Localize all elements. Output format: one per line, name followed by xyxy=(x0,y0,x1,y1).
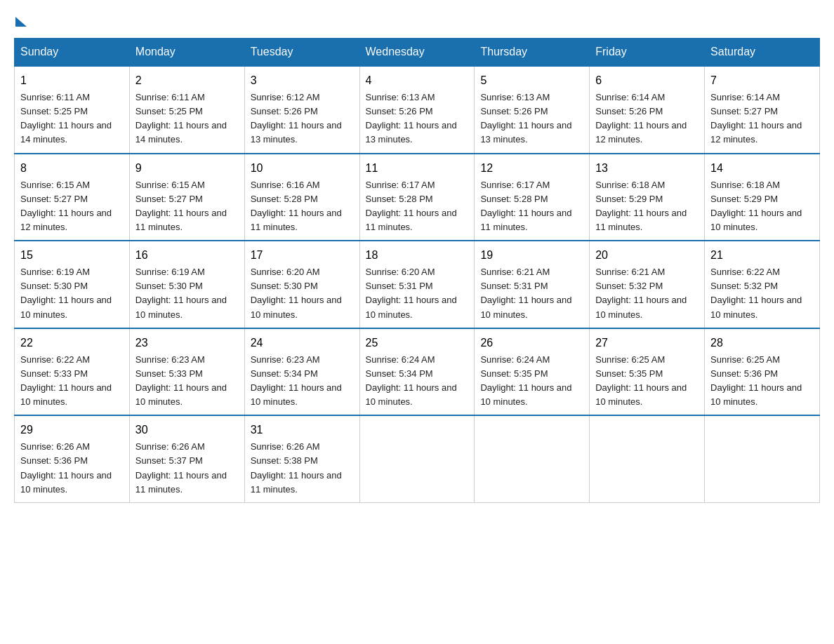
calendar-cell: 22 Sunrise: 6:22 AMSunset: 5:33 PMDaylig… xyxy=(15,328,130,416)
day-info: Sunrise: 6:18 AMSunset: 5:29 PMDaylight:… xyxy=(595,180,687,232)
day-info: Sunrise: 6:21 AMSunset: 5:32 PMDaylight:… xyxy=(595,267,687,319)
col-header-sunday: Sunday xyxy=(15,39,130,67)
day-number: 23 xyxy=(135,335,239,351)
calendar-cell: 28 Sunrise: 6:25 AMSunset: 5:36 PMDaylig… xyxy=(705,328,820,416)
calendar-cell: 6 Sunrise: 6:14 AMSunset: 5:26 PMDayligh… xyxy=(590,66,705,154)
day-info: Sunrise: 6:25 AMSunset: 5:36 PMDaylight:… xyxy=(710,354,802,407)
day-info: Sunrise: 6:22 AMSunset: 5:33 PMDaylight:… xyxy=(20,354,112,407)
day-info: Sunrise: 6:21 AMSunset: 5:31 PMDaylight:… xyxy=(480,267,571,319)
calendar-cell: 14 Sunrise: 6:18 AMSunset: 5:29 PMDaylig… xyxy=(705,154,820,241)
calendar-cell: 13 Sunrise: 6:18 AMSunset: 5:29 PMDaylig… xyxy=(590,154,705,241)
calendar-cell: 9 Sunrise: 6:15 AMSunset: 5:27 PMDayligh… xyxy=(129,154,244,241)
calendar-cell: 4 Sunrise: 6:13 AMSunset: 5:26 PMDayligh… xyxy=(359,66,475,154)
day-number: 1 xyxy=(20,72,124,89)
calendar-cell: 7 Sunrise: 6:14 AMSunset: 5:27 PMDayligh… xyxy=(705,66,820,154)
day-info: Sunrise: 6:26 AMSunset: 5:38 PMDaylight:… xyxy=(251,441,342,494)
day-number: 25 xyxy=(366,335,469,351)
day-number: 29 xyxy=(20,422,124,438)
day-info: Sunrise: 6:15 AMSunset: 5:27 PMDaylight:… xyxy=(135,180,227,232)
day-info: Sunrise: 6:15 AMSunset: 5:27 PMDaylight:… xyxy=(20,180,112,232)
week-row-1: 1 Sunrise: 6:11 AMSunset: 5:25 PMDayligh… xyxy=(15,66,820,154)
calendar-cell: 24 Sunrise: 6:23 AMSunset: 5:34 PMDaylig… xyxy=(244,328,359,416)
day-info: Sunrise: 6:20 AMSunset: 5:30 PMDaylight:… xyxy=(251,267,342,319)
col-header-wednesday: Wednesday xyxy=(359,39,475,67)
calendar-cell: 26 Sunrise: 6:24 AMSunset: 5:35 PMDaylig… xyxy=(475,328,590,416)
calendar-cell: 27 Sunrise: 6:25 AMSunset: 5:35 PMDaylig… xyxy=(590,328,705,416)
day-number: 10 xyxy=(251,160,354,177)
header-row: SundayMondayTuesdayWednesdayThursdayFrid… xyxy=(15,39,820,67)
calendar-cell: 11 Sunrise: 6:17 AMSunset: 5:28 PMDaylig… xyxy=(359,154,475,241)
calendar-cell: 21 Sunrise: 6:22 AMSunset: 5:32 PMDaylig… xyxy=(705,241,820,328)
day-number: 14 xyxy=(710,160,814,177)
day-number: 28 xyxy=(710,335,814,351)
week-row-3: 15 Sunrise: 6:19 AMSunset: 5:30 PMDaylig… xyxy=(15,241,820,328)
day-info: Sunrise: 6:13 AMSunset: 5:26 PMDaylight:… xyxy=(366,92,457,145)
day-number: 19 xyxy=(480,247,583,264)
day-info: Sunrise: 6:18 AMSunset: 5:29 PMDaylight:… xyxy=(710,180,802,232)
calendar-cell: 20 Sunrise: 6:21 AMSunset: 5:32 PMDaylig… xyxy=(590,241,705,328)
day-info: Sunrise: 6:23 AMSunset: 5:33 PMDaylight:… xyxy=(135,354,227,407)
calendar-cell: 12 Sunrise: 6:17 AMSunset: 5:28 PMDaylig… xyxy=(475,154,590,241)
day-info: Sunrise: 6:19 AMSunset: 5:30 PMDaylight:… xyxy=(135,267,227,319)
calendar-cell: 5 Sunrise: 6:13 AMSunset: 5:26 PMDayligh… xyxy=(475,66,590,154)
calendar-cell: 1 Sunrise: 6:11 AMSunset: 5:25 PMDayligh… xyxy=(15,66,130,154)
day-number: 16 xyxy=(135,247,239,264)
day-number: 15 xyxy=(20,247,124,264)
week-row-4: 22 Sunrise: 6:22 AMSunset: 5:33 PMDaylig… xyxy=(15,328,820,416)
calendar-table: SundayMondayTuesdayWednesdayThursdayFrid… xyxy=(14,38,820,503)
week-row-2: 8 Sunrise: 6:15 AMSunset: 5:27 PMDayligh… xyxy=(15,154,820,241)
calendar-cell: 19 Sunrise: 6:21 AMSunset: 5:31 PMDaylig… xyxy=(475,241,590,328)
day-info: Sunrise: 6:23 AMSunset: 5:34 PMDaylight:… xyxy=(251,354,342,407)
logo xyxy=(14,14,27,24)
day-number: 5 xyxy=(480,72,583,89)
calendar-cell xyxy=(359,415,475,502)
day-info: Sunrise: 6:17 AMSunset: 5:28 PMDaylight:… xyxy=(366,180,457,232)
day-number: 26 xyxy=(480,335,583,351)
calendar-cell: 23 Sunrise: 6:23 AMSunset: 5:33 PMDaylig… xyxy=(129,328,244,416)
day-number: 22 xyxy=(20,335,124,351)
calendar-cell: 18 Sunrise: 6:20 AMSunset: 5:31 PMDaylig… xyxy=(359,241,475,328)
day-info: Sunrise: 6:14 AMSunset: 5:26 PMDaylight:… xyxy=(595,92,687,145)
day-number: 30 xyxy=(135,422,239,438)
day-info: Sunrise: 6:13 AMSunset: 5:26 PMDaylight:… xyxy=(480,92,571,145)
day-number: 20 xyxy=(595,247,699,264)
day-number: 8 xyxy=(20,160,124,177)
day-info: Sunrise: 6:19 AMSunset: 5:30 PMDaylight:… xyxy=(20,267,112,319)
week-row-5: 29 Sunrise: 6:26 AMSunset: 5:36 PMDaylig… xyxy=(15,415,820,502)
day-number: 4 xyxy=(366,72,469,89)
day-info: Sunrise: 6:24 AMSunset: 5:34 PMDaylight:… xyxy=(366,354,457,407)
calendar-cell: 15 Sunrise: 6:19 AMSunset: 5:30 PMDaylig… xyxy=(15,241,130,328)
day-number: 7 xyxy=(710,72,814,89)
calendar-cell: 8 Sunrise: 6:15 AMSunset: 5:27 PMDayligh… xyxy=(15,154,130,241)
day-info: Sunrise: 6:11 AMSunset: 5:25 PMDaylight:… xyxy=(20,92,112,145)
day-info: Sunrise: 6:11 AMSunset: 5:25 PMDaylight:… xyxy=(135,92,227,145)
page-header xyxy=(14,14,820,24)
col-header-tuesday: Tuesday xyxy=(244,39,359,67)
day-info: Sunrise: 6:26 AMSunset: 5:36 PMDaylight:… xyxy=(20,441,112,494)
calendar-cell: 2 Sunrise: 6:11 AMSunset: 5:25 PMDayligh… xyxy=(129,66,244,154)
calendar-cell: 30 Sunrise: 6:26 AMSunset: 5:37 PMDaylig… xyxy=(129,415,244,502)
calendar-cell: 17 Sunrise: 6:20 AMSunset: 5:30 PMDaylig… xyxy=(244,241,359,328)
day-info: Sunrise: 6:25 AMSunset: 5:35 PMDaylight:… xyxy=(595,354,687,407)
day-info: Sunrise: 6:12 AMSunset: 5:26 PMDaylight:… xyxy=(251,92,342,145)
calendar-cell: 29 Sunrise: 6:26 AMSunset: 5:36 PMDaylig… xyxy=(15,415,130,502)
day-number: 24 xyxy=(251,335,354,351)
day-number: 2 xyxy=(135,72,239,89)
day-number: 21 xyxy=(710,247,814,264)
calendar-cell: 10 Sunrise: 6:16 AMSunset: 5:28 PMDaylig… xyxy=(244,154,359,241)
calendar-cell: 25 Sunrise: 6:24 AMSunset: 5:34 PMDaylig… xyxy=(359,328,475,416)
day-number: 27 xyxy=(595,335,699,351)
calendar-cell: 16 Sunrise: 6:19 AMSunset: 5:30 PMDaylig… xyxy=(129,241,244,328)
col-header-friday: Friday xyxy=(590,39,705,67)
day-info: Sunrise: 6:20 AMSunset: 5:31 PMDaylight:… xyxy=(366,267,457,319)
day-number: 12 xyxy=(480,160,583,177)
day-number: 6 xyxy=(595,72,699,89)
day-number: 18 xyxy=(366,247,469,264)
col-header-saturday: Saturday xyxy=(705,39,820,67)
day-info: Sunrise: 6:22 AMSunset: 5:32 PMDaylight:… xyxy=(710,267,802,319)
day-info: Sunrise: 6:14 AMSunset: 5:27 PMDaylight:… xyxy=(710,92,802,145)
day-number: 17 xyxy=(251,247,354,264)
calendar-cell xyxy=(475,415,590,502)
day-number: 31 xyxy=(251,422,354,438)
day-info: Sunrise: 6:26 AMSunset: 5:37 PMDaylight:… xyxy=(135,441,227,494)
